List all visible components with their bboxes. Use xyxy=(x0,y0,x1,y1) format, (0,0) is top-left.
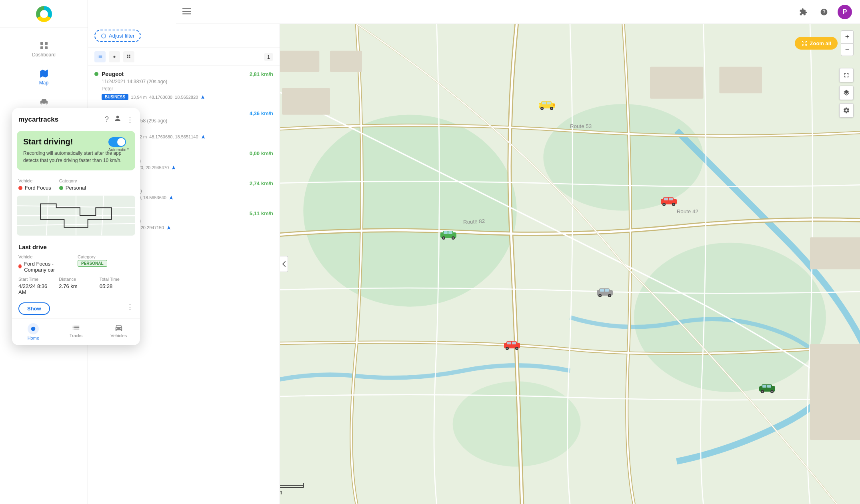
svg-rect-8 xyxy=(182,13,191,14)
svg-rect-60 xyxy=(605,289,609,292)
car-marker-gray[interactable] xyxy=(596,287,614,299)
vehicle-item[interactable]: Peugeot 2,81 km/h 11/24/2021 14:38:07 (2… xyxy=(88,66,280,105)
car-marker-green[interactable] xyxy=(440,229,457,241)
svg-point-37 xyxy=(541,108,543,109)
svg-rect-34 xyxy=(547,102,551,104)
vehicle-speed: 2,81 km/h xyxy=(250,71,273,77)
mob-nav-home[interactable]: Home xyxy=(12,322,55,342)
red-car-1-icon xyxy=(660,196,678,206)
drive-more-btn[interactable]: ⋮ xyxy=(126,302,134,311)
svg-text:Route 82: Route 82 xyxy=(463,218,485,225)
svg-point-9 xyxy=(114,56,116,58)
zoom-all-btn[interactable]: Zoom all xyxy=(795,37,838,50)
top-bar: P xyxy=(176,0,860,24)
zoom-all-icon xyxy=(801,40,808,46)
ld-vehicle-dot xyxy=(18,264,22,268)
car-marker-red-2[interactable] xyxy=(503,340,521,352)
navigate-icon xyxy=(201,134,206,139)
show-drive-btn[interactable]: Show xyxy=(18,302,50,315)
car-marker-darkgreen[interactable] xyxy=(758,383,776,395)
svg-rect-68 xyxy=(512,342,516,344)
sidebar-item-map[interactable]: Map xyxy=(0,64,88,90)
dot-view-btn[interactable] xyxy=(109,51,120,62)
start-time-label: Start Time xyxy=(18,277,52,282)
svg-text:500 m: 500 m xyxy=(280,489,282,496)
sidebar-item-dashboard[interactable]: Dashboard xyxy=(0,36,88,62)
zoom-buttons: + − xyxy=(841,30,854,56)
settings-icon xyxy=(843,107,850,114)
mobile-bottom-nav: Home Tracks Vehicles xyxy=(12,318,140,345)
mobile-help-btn[interactable]: ? xyxy=(105,115,109,124)
adjust-filter-btn[interactable]: Adjust filter xyxy=(94,30,141,42)
green-car-icon xyxy=(440,229,457,240)
total-time-value: 05:28 xyxy=(100,283,134,289)
help-icon xyxy=(820,8,828,16)
hamburger-icon xyxy=(182,7,191,16)
help-btn[interactable] xyxy=(817,5,831,19)
user-avatar[interactable]: P xyxy=(838,5,852,19)
yellow-car-icon xyxy=(538,100,556,110)
mini-map[interactable] xyxy=(17,196,135,236)
vehicle-category-row: Vehicle Ford Focus Category Personal xyxy=(12,174,140,196)
svg-point-47 xyxy=(443,237,444,239)
app-logo[interactable] xyxy=(36,6,52,22)
map-area[interactable]: Route 82 Route 53 Route 42 500 m i xyxy=(280,24,860,504)
svg-rect-15 xyxy=(280,51,319,72)
zoom-in-btn[interactable]: + xyxy=(841,30,854,43)
vehicle-coords: 48.1760030, 18.5652820 xyxy=(149,95,198,100)
car-marker-red-1[interactable] xyxy=(660,196,678,208)
mobile-menu-btn[interactable]: ⋮ xyxy=(126,115,134,124)
mob-nav-tracks[interactable]: Tracks xyxy=(55,322,98,342)
vehicle-speed: 2,74 km/h xyxy=(250,180,273,186)
settings-btn[interactable] xyxy=(839,103,854,118)
vehicle-distance: 13,94 m xyxy=(131,95,147,100)
svg-point-55 xyxy=(663,204,665,205)
layers-icon xyxy=(843,89,850,96)
mob-nav-tracks-label: Tracks xyxy=(70,333,83,338)
start-driving-card: Start driving! Automatic * Recording wil… xyxy=(17,131,135,170)
ld-vehicle-row: Ford Focus - Company car xyxy=(18,260,74,273)
plugin-icon xyxy=(799,8,807,16)
svg-rect-21 xyxy=(810,237,860,269)
category-col: Category Personal xyxy=(59,178,86,191)
mob-nav-home-label: Home xyxy=(28,336,39,340)
last-drive-section: Last drive Vehicle Ford Focus - Company … xyxy=(12,240,140,318)
auto-toggle[interactable] xyxy=(108,137,126,147)
svg-point-72 xyxy=(516,348,518,349)
svg-rect-18 xyxy=(650,67,703,99)
svg-rect-0 xyxy=(40,42,43,45)
vehicle-tags: BUSINESS 13,94 m 48.1760030, 18.5652820 xyxy=(102,94,273,100)
mobile-header: mycartracks ? ⋮ xyxy=(12,108,140,128)
mobile-account-btn[interactable] xyxy=(114,114,122,124)
red-car-2-icon xyxy=(503,340,521,350)
mob-nav-vehicles[interactable]: Vehicles xyxy=(97,322,140,342)
svg-point-80 xyxy=(771,391,773,392)
svg-rect-2 xyxy=(40,46,43,49)
plugin-btn[interactable] xyxy=(796,5,810,19)
list-view-btn[interactable] xyxy=(94,51,106,62)
vehicle-col: Vehicle Ford Focus xyxy=(18,178,51,191)
zoom-out-btn[interactable]: − xyxy=(841,43,854,56)
layers-btn[interactable] xyxy=(839,86,854,100)
business-tag: BUSINESS xyxy=(102,94,128,100)
map-icon xyxy=(39,69,49,78)
grid-view-btn[interactable] xyxy=(123,51,134,62)
account-icon xyxy=(114,114,122,122)
map-right-controls xyxy=(839,68,854,118)
fullscreen-btn[interactable] xyxy=(839,68,854,82)
collapse-panel-btn[interactable] xyxy=(280,256,288,272)
vehicle-driver: Peter xyxy=(102,86,273,92)
hamburger-btn[interactable] xyxy=(182,7,191,17)
navigate-icon xyxy=(169,195,174,200)
category-name-text: Personal xyxy=(66,185,86,191)
mob-nav-vehicles-label: Vehicles xyxy=(110,333,127,338)
car-marker-yellow[interactable] xyxy=(538,100,556,112)
vehicle-name: Peugeot xyxy=(102,71,124,77)
gray-car-icon xyxy=(596,287,614,297)
vehicle-timestamp: 11/24/2021 14:38:07 (20s ago) xyxy=(102,79,273,84)
svg-rect-16 xyxy=(330,51,362,72)
svg-rect-75 xyxy=(762,385,766,388)
svg-text:Route 53: Route 53 xyxy=(570,123,592,129)
svg-rect-52 xyxy=(669,198,673,200)
svg-point-4 xyxy=(41,103,42,104)
